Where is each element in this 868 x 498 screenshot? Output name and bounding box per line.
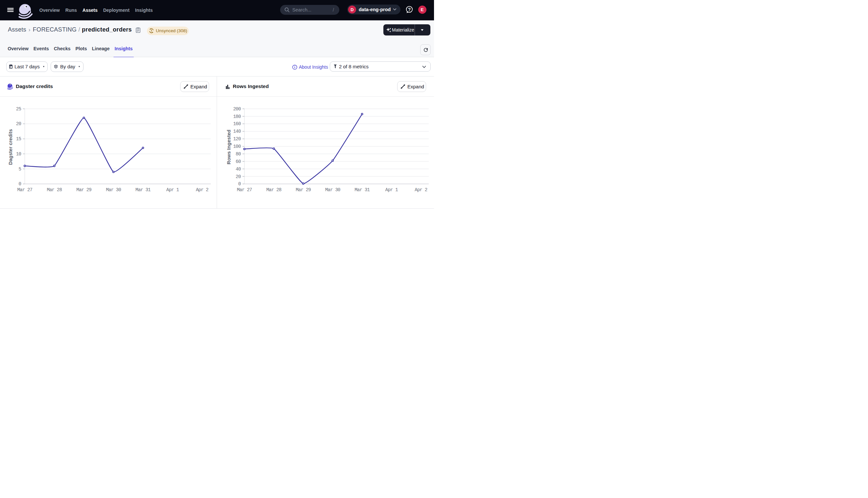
svg-text:80: 80 [236,151,241,156]
svg-text:0: 0 [238,181,241,187]
svg-text:40: 40 [236,166,241,171]
svg-text:Mar 30: Mar 30 [325,187,340,193]
svg-text:140: 140 [233,129,241,134]
svg-text:180: 180 [233,114,241,119]
svg-text:Mar 28: Mar 28 [266,187,281,193]
svg-text:60: 60 [236,159,241,164]
svg-text:Apr 1: Apr 1 [385,187,398,193]
svg-text:?: ? [408,7,411,12]
svg-text:0: 0 [18,181,21,187]
svg-text:Mar 30: Mar 30 [106,187,121,193]
svg-text:Mar 31: Mar 31 [355,187,370,193]
svg-text:120: 120 [233,136,241,142]
svg-text:15: 15 [16,136,21,142]
svg-text:10: 10 [16,151,21,156]
svg-text:Mar 29: Mar 29 [296,187,311,193]
svg-text:100: 100 [233,144,241,149]
svg-text:Rows Ingested: Rows Ingested [226,129,231,164]
svg-text:Apr 2: Apr 2 [414,187,427,193]
svg-text:160: 160 [233,121,241,127]
svg-text:Mar 28: Mar 28 [47,187,62,193]
svg-text:Apr 2: Apr 2 [196,187,208,193]
svg-text:200: 200 [233,106,241,112]
svg-text:20: 20 [16,121,21,127]
svg-text:5: 5 [18,166,21,171]
svg-text:Dagster credits: Dagster credits [8,129,13,165]
svg-text:Mar 27: Mar 27 [237,187,252,193]
svg-text:Mar 27: Mar 27 [17,187,32,193]
svg-text:20: 20 [236,174,241,179]
svg-text:25: 25 [16,106,21,112]
svg-text:Mar 31: Mar 31 [136,187,151,193]
svg-text:Mar 29: Mar 29 [76,187,91,193]
svg-text:Apr 1: Apr 1 [166,187,179,193]
